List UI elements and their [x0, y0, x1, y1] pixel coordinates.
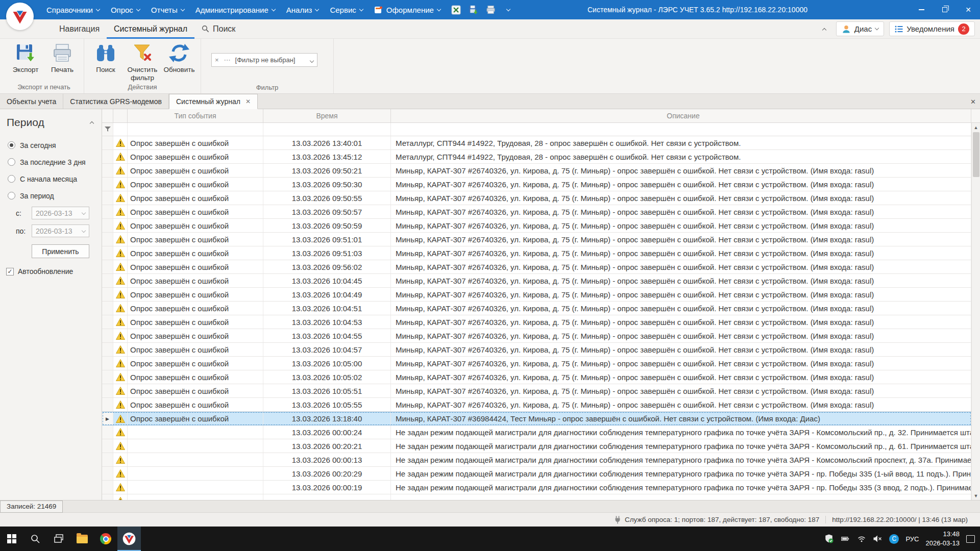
event-desc-cell: Миньяр, КАРАТ-307 #26740326, ул. Кирова,… — [391, 233, 971, 246]
refresh-button[interactable]: Обновить — [161, 42, 198, 74]
ribbon-tab[interactable]: Системный журнал — [107, 19, 194, 39]
table-row[interactable]: Опрос завершён с ошибкой13.03.2026 10:05… — [102, 370, 971, 384]
date-from-field[interactable]: 2026-03-13 — [32, 207, 89, 219]
user-button[interactable]: Диас — [836, 21, 884, 36]
chrome-icon[interactable] — [94, 527, 117, 551]
table-row[interactable]: Опрос завершён с ошибкой13.03.2026 09:50… — [102, 219, 971, 233]
table-row[interactable]: Опрос завершён с ошибкой13.03.2026 09:50… — [102, 205, 971, 219]
table-row[interactable]: Опрос завершён с ошибкой13.03.2026 09:50… — [102, 164, 971, 178]
scroll-up-icon[interactable]: ▲ — [972, 123, 980, 132]
taskbar-search-icon[interactable] — [23, 527, 47, 551]
period-option[interactable]: За сегодня — [0, 137, 102, 154]
table-row[interactable]: 13.03.2026 00:00:19Не задан режим подающ… — [102, 481, 971, 494]
collapse-panel-icon[interactable] — [90, 121, 94, 125]
filter-cell-desc[interactable] — [391, 123, 971, 136]
table-row[interactable]: Опрос завершён с ошибкой13.03.2026 09:50… — [102, 191, 971, 205]
tab-close-icon[interactable]: ✕ — [246, 98, 251, 105]
table-row[interactable]: Опрос завершён с ошибкой13.03.2026 09:51… — [102, 233, 971, 246]
event-type-cell: Опрос завершён с ошибкой — [128, 260, 263, 273]
document-tab[interactable]: Объекты учета — [0, 94, 63, 109]
grid-filter-row[interactable] — [102, 123, 971, 136]
security-shield-icon[interactable] — [824, 534, 834, 543]
quick-access-dropdown-icon[interactable] — [502, 4, 514, 16]
taskbar-clock[interactable]: 13:48 2026-03-13 — [926, 530, 960, 547]
filter-clear-icon[interactable]: × — [212, 56, 222, 64]
table-row[interactable]: Опрос завершён с ошибкой13.03.2026 09:50… — [102, 178, 971, 191]
table-row[interactable]: 13.03.2026 00:20:21Не задан режим подающ… — [102, 439, 971, 453]
period-option[interactable]: С начала месяца — [0, 170, 102, 187]
vertical-scrollbar[interactable]: ▲ ▼ — [971, 123, 980, 500]
clear-filter-button[interactable]: Очистить фильтр — [124, 42, 161, 82]
menu-item[interactable]: Анализ — [281, 0, 325, 19]
menu-item[interactable]: Администрирование — [190, 0, 281, 19]
notifications-button[interactable]: Уведомления 2 — [889, 21, 975, 36]
excel-export-icon[interactable] — [450, 4, 462, 16]
export-button[interactable]: Экспорт — [7, 42, 44, 74]
menu-item[interactable]: Сервис — [324, 0, 368, 19]
date-to-field[interactable]: 2026-03-13 — [32, 224, 89, 237]
column-header-type[interactable]: Тип события — [128, 109, 263, 122]
ribbon-tab[interactable]: Поиск — [194, 19, 242, 39]
table-row[interactable]: ▶Опрос завершён с ошибкой13.03.2026 13:1… — [102, 412, 971, 425]
close-button[interactable]: ✕ — [957, 0, 980, 19]
print-icon[interactable] — [485, 4, 497, 16]
collapse-ribbon-icon[interactable] — [818, 24, 831, 34]
table-row[interactable]: Опрос завершён с ошибкой13.03.2026 13:40… — [102, 136, 971, 150]
table-row[interactable]: Опрос завершён с ошибкой13.03.2026 10:04… — [102, 274, 971, 288]
period-option[interactable]: За период — [0, 187, 102, 204]
filter-combo[interactable]: × ⋯ [Фильтр не выбран] — [211, 53, 317, 67]
scrollbar-thumb[interactable] — [973, 132, 979, 177]
lers-app-icon[interactable] — [117, 527, 141, 551]
ribbon-tab-strip: НавигацияСистемный журналПоиск — [52, 19, 242, 39]
minimize-button[interactable] — [910, 0, 933, 19]
table-row[interactable]: Опрос завершён с ошибкой13.03.2026 13:45… — [102, 150, 971, 164]
document-tab[interactable]: Системный журнал✕ — [169, 94, 258, 109]
ribbon-tab[interactable]: Навигация — [52, 19, 107, 39]
scroll-down-icon[interactable]: ▼ — [972, 491, 980, 500]
table-row[interactable]: Опрос завершён с ошибкой13.03.2026 10:04… — [102, 315, 971, 329]
menu-item[interactable]: Оформление — [369, 0, 446, 19]
column-header-desc[interactable]: Описание — [391, 109, 971, 122]
table-row[interactable]: Опрос завершён с ошибкой13.03.2026 10:05… — [102, 384, 971, 398]
wifi-icon[interactable] — [857, 535, 866, 543]
table-row[interactable]: Опрос завершён с ошибкой13.03.2026 10:04… — [102, 329, 971, 343]
event-desc-cell — [391, 494, 971, 500]
filter-more-icon[interactable]: ⋯ — [222, 56, 233, 64]
search-button[interactable]: Поиск — [87, 42, 124, 74]
file-explorer-icon[interactable] — [70, 527, 94, 551]
language-indicator[interactable]: РУС — [905, 535, 919, 543]
document-tab[interactable]: Статистика GPRS-модемов — [63, 94, 169, 109]
column-header-time[interactable]: Время — [263, 109, 391, 122]
table-row[interactable]: Опрос завершён с ошибкой13.03.2026 10:04… — [102, 343, 971, 357]
table-row[interactable]: Опрос завершён с ошибкой13.03.2026 10:05… — [102, 357, 971, 370]
filter-cell-time[interactable] — [263, 123, 391, 136]
print-button[interactable]: Печать — [44, 42, 81, 74]
table-row[interactable]: Опрос завершён с ошибкой13.03.2026 10:05… — [102, 398, 971, 412]
restore-button[interactable] — [933, 0, 957, 19]
table-row[interactable] — [102, 494, 971, 500]
period-option[interactable]: За последние 3 дня — [0, 154, 102, 170]
table-row[interactable]: Опрос завершён с ошибкой13.03.2026 09:51… — [102, 246, 971, 260]
warning-icon — [116, 290, 125, 298]
tray-app-icon[interactable]: C — [889, 534, 899, 544]
table-row[interactable]: 13.03.2026 00:20:29Не задан режим подающ… — [102, 467, 971, 481]
apply-button[interactable]: Применить — [32, 244, 89, 258]
volume-muted-icon[interactable] — [873, 535, 883, 543]
action-center-icon[interactable] — [966, 535, 975, 543]
menu-item[interactable]: Справочники — [41, 0, 105, 19]
menu-item[interactable]: Опрос — [105, 0, 145, 19]
filter-dropdown-icon[interactable] — [307, 56, 317, 64]
autorefresh-checkbox[interactable]: ✓ — [6, 268, 14, 276]
battery-icon[interactable] — [840, 535, 850, 543]
task-view-icon[interactable] — [47, 527, 70, 551]
table-row[interactable]: 13.03.2026 00:00:24Не задан режим подающ… — [102, 425, 971, 439]
table-row[interactable]: Опрос завершён с ошибкой13.03.2026 09:56… — [102, 260, 971, 274]
table-row[interactable]: Опрос завершён с ошибкой13.03.2026 10:04… — [102, 288, 971, 302]
filter-cell-type[interactable] — [128, 123, 263, 136]
document-close-icon[interactable]: ✕ — [970, 94, 976, 109]
save-icon[interactable] — [468, 4, 480, 16]
table-row[interactable]: 13.03.2026 00:00:13Не задан режим подающ… — [102, 453, 971, 467]
table-row[interactable]: Опрос завершён с ошибкой13.03.2026 10:04… — [102, 302, 971, 315]
start-button[interactable] — [0, 527, 23, 551]
menu-item[interactable]: Отчеты — [145, 0, 190, 19]
